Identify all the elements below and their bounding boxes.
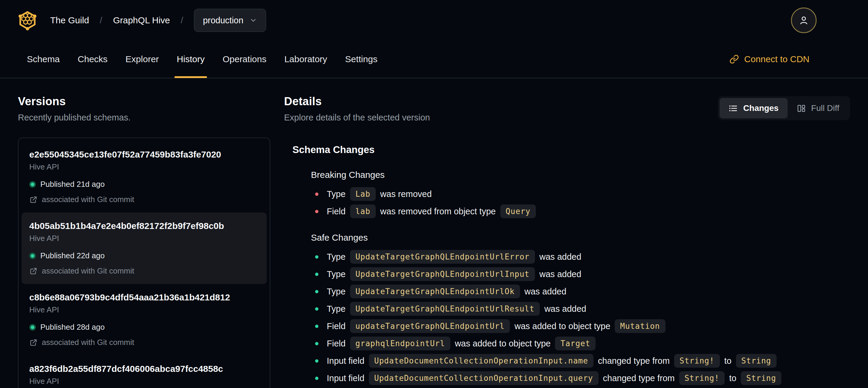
changes-view-button[interactable]: Changes bbox=[719, 98, 787, 118]
published-dot-icon bbox=[29, 252, 36, 259]
breaking-changes-group: Breaking ChangesTypeLabwas removedFieldl… bbox=[311, 170, 850, 218]
target-selector[interactable]: production bbox=[194, 9, 266, 32]
tab-bar: SchemaChecksExplorerHistoryOperationsLab… bbox=[0, 41, 868, 78]
hive-logo-icon[interactable] bbox=[18, 10, 37, 30]
details-header: Details Explore details of the selected … bbox=[284, 95, 850, 123]
tab-history[interactable]: History bbox=[168, 40, 214, 78]
details-subtitle: Explore details of the selected version bbox=[284, 113, 430, 123]
change-text: was added bbox=[525, 287, 566, 297]
tab-laboratory[interactable]: Laboratory bbox=[275, 40, 336, 78]
user-icon bbox=[798, 14, 810, 26]
change-text: was added bbox=[544, 304, 586, 314]
version-status-label: Published 22d ago bbox=[40, 251, 104, 260]
change-text: was added to object type bbox=[514, 321, 610, 331]
published-dot-icon bbox=[29, 324, 36, 331]
git-commit-link[interactable]: associated with Git commit bbox=[29, 195, 259, 204]
version-card[interactable]: 4b05ab51b1b4a7e2e4b0ef82172f2b9f7ef98c0b… bbox=[22, 212, 267, 284]
change-item: FieldgraphqlEndpointUrlwas added to obje… bbox=[315, 336, 850, 350]
full-diff-view-label: Full Diff bbox=[811, 103, 839, 113]
version-card[interactable]: a823f6db2a55df877dcf406006abca97fcc4858c… bbox=[22, 355, 267, 388]
code-chip: UpdateDocumentCollectionOperationInput.q… bbox=[369, 371, 598, 385]
diff-columns-icon bbox=[797, 104, 806, 113]
change-item: TypeUpdateTargetGraphQLEndpointUrlErrorw… bbox=[315, 250, 850, 264]
change-text: to bbox=[729, 374, 736, 383]
user-avatar[interactable] bbox=[791, 7, 817, 33]
change-text: Field bbox=[327, 207, 346, 216]
git-commit-link[interactable]: associated with Git commit bbox=[29, 338, 259, 347]
tab-settings[interactable]: Settings bbox=[336, 40, 386, 78]
breadcrumb-project[interactable]: GraphQL Hive bbox=[113, 15, 170, 25]
full-diff-view-button[interactable]: Full Diff bbox=[788, 98, 848, 118]
git-commit-link[interactable]: associated with Git commit bbox=[29, 266, 259, 276]
tab-schema[interactable]: Schema bbox=[18, 40, 69, 78]
code-chip: lab bbox=[350, 205, 376, 218]
schema-changes-title: Schema Changes bbox=[292, 144, 850, 155]
top-bar: The Guild / GraphQL Hive / production bbox=[0, 0, 868, 41]
change-list: TypeUpdateTargetGraphQLEndpointUrlErrorw… bbox=[311, 250, 850, 385]
change-text: was removed from object type bbox=[380, 207, 496, 216]
list-icon bbox=[728, 104, 738, 113]
version-status-label: Published 21d ago bbox=[40, 180, 104, 189]
link-icon bbox=[730, 54, 739, 64]
tab-checks[interactable]: Checks bbox=[69, 40, 117, 78]
change-item: TypeLabwas removed bbox=[315, 187, 850, 201]
code-chip: String! bbox=[679, 371, 725, 385]
code-chip: UpdateTargetGraphQLEndpointUrlError bbox=[350, 250, 535, 264]
code-chip: Lab bbox=[350, 187, 376, 201]
versions-panel: Versions Recently published schemas. e2e… bbox=[18, 95, 270, 388]
versions-title: Versions bbox=[18, 95, 270, 108]
version-card[interactable]: e2e55045345ce13fe07f52a77459b83fa3fe7020… bbox=[22, 141, 267, 212]
target-selector-value: production bbox=[203, 16, 243, 25]
version-service: Hive API bbox=[29, 234, 259, 243]
changes-view-label: Changes bbox=[743, 103, 778, 113]
brand-area: The Guild / GraphQL Hive / production bbox=[18, 9, 266, 32]
change-text: Type bbox=[327, 304, 346, 314]
version-hash: e2e55045345ce13fe07f52a77459b83fa3fe7020 bbox=[29, 149, 259, 160]
version-service: Hive API bbox=[29, 377, 259, 386]
code-chip: UpdateTargetGraphQLEndpointUrlOk bbox=[350, 285, 520, 298]
external-link-icon bbox=[29, 196, 38, 204]
breadcrumb: The Guild / GraphQL Hive / production bbox=[50, 9, 266, 32]
connect-to-cdn-link[interactable]: Connect to CDN bbox=[730, 54, 809, 64]
external-link-icon bbox=[29, 338, 38, 347]
tab-operations[interactable]: Operations bbox=[214, 40, 275, 78]
change-item: TypeUpdateTargetGraphQLEndpointUrlOkwas … bbox=[315, 285, 850, 298]
breadcrumb-org[interactable]: The Guild bbox=[50, 15, 89, 25]
code-chip: String bbox=[736, 354, 777, 368]
change-item: TypeUpdateTargetGraphQLEndpointUrlResult… bbox=[315, 302, 850, 316]
tab-explorer[interactable]: Explorer bbox=[117, 40, 168, 78]
code-chip: updateTargetGraphQLEndpointUrl bbox=[350, 319, 510, 333]
change-text: was added bbox=[539, 252, 581, 262]
breadcrumb-separator: / bbox=[181, 15, 183, 25]
version-hash: 4b05ab51b1b4a7e2e4b0ef82172f2b9f7ef98c0b bbox=[29, 221, 259, 231]
change-text: Input field bbox=[327, 356, 364, 366]
change-item: FieldupdateTargetGraphQLEndpointUrlwas a… bbox=[315, 319, 850, 333]
change-text: to bbox=[724, 356, 732, 366]
change-text: was added bbox=[539, 269, 581, 279]
view-toggle: Changes Full Diff bbox=[718, 96, 850, 120]
change-text: was removed bbox=[380, 189, 432, 199]
breadcrumb-separator: / bbox=[100, 15, 102, 25]
code-chip: Query bbox=[500, 205, 536, 218]
tabs: SchemaChecksExplorerHistoryOperationsLab… bbox=[18, 40, 386, 78]
change-text: Input field bbox=[327, 374, 364, 383]
change-text: changed type from bbox=[603, 374, 675, 383]
change-text: Field bbox=[327, 339, 346, 349]
main-content: Versions Recently published schemas. e2e… bbox=[0, 78, 868, 388]
code-chip: Target bbox=[555, 336, 596, 350]
version-service: Hive API bbox=[29, 305, 259, 315]
chevron-down-icon bbox=[249, 17, 257, 24]
git-commit-label: associated with Git commit bbox=[42, 338, 134, 347]
code-chip: Mutation bbox=[615, 319, 665, 333]
git-commit-label: associated with Git commit bbox=[42, 195, 134, 204]
change-item: Input fieldUpdateDocumentCollectionOpera… bbox=[315, 371, 850, 385]
details-panel: Details Explore details of the selected … bbox=[284, 95, 850, 388]
code-chip: String bbox=[741, 371, 781, 385]
code-chip: UpdateTargetGraphQLEndpointUrlInput bbox=[350, 267, 535, 281]
version-status: Published 28d ago bbox=[29, 323, 259, 332]
version-card[interactable]: c8b6e88a06793b9c4dfd54aaa21b36a1b421d812… bbox=[22, 284, 267, 355]
safe-changes-group: Safe ChangesTypeUpdateTargetGraphQLEndpo… bbox=[311, 233, 850, 385]
version-list: e2e55045345ce13fe07f52a77459b83fa3fe7020… bbox=[18, 138, 270, 388]
external-link-icon bbox=[29, 267, 38, 275]
schema-changes-section: Schema Changes Breaking ChangesTypeLabwa… bbox=[284, 144, 850, 385]
